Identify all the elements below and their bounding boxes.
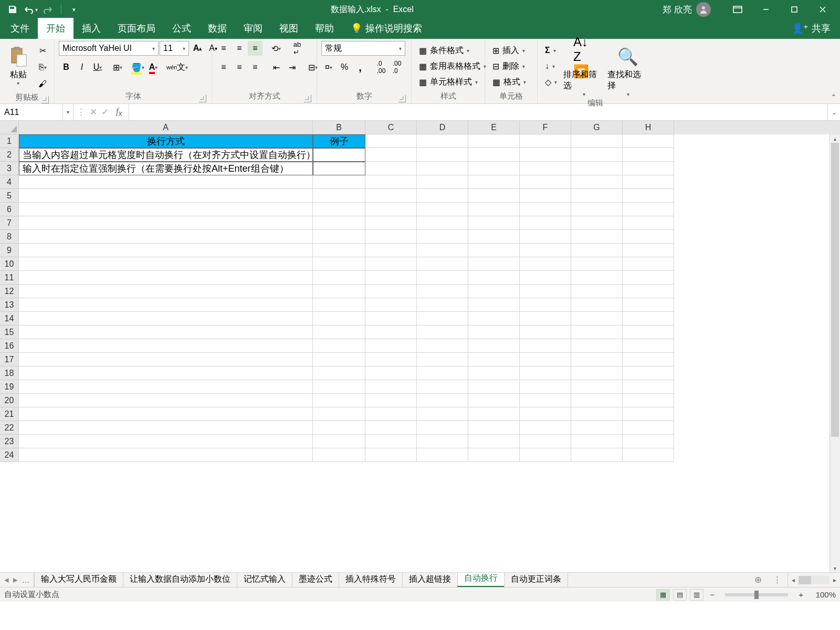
tab-review[interactable]: 审阅 — [235, 18, 271, 39]
cell-B5[interactable] — [313, 189, 365, 203]
vscroll-thumb[interactable] — [831, 143, 839, 437]
cell-B11[interactable] — [313, 271, 365, 285]
cell-D4[interactable] — [417, 175, 468, 189]
delete-cells-button[interactable]: ⊟删除▾ — [489, 59, 529, 74]
cell-B22[interactable] — [313, 421, 365, 435]
cell-E4[interactable] — [468, 175, 520, 189]
cell-H18[interactable] — [623, 366, 674, 380]
col-header-C[interactable]: C — [365, 121, 417, 134]
cell-A7[interactable] — [19, 216, 313, 230]
fill-color-button[interactable]: 🪣▾ — [130, 60, 145, 75]
cell-C20[interactable] — [365, 394, 417, 407]
cell-G17[interactable] — [571, 353, 623, 366]
cell-D13[interactable] — [417, 298, 468, 312]
row-header-1[interactable]: 1 — [0, 134, 19, 148]
row-header-6[interactable]: 6 — [0, 203, 19, 216]
cell-D12[interactable] — [417, 285, 468, 298]
cell-G15[interactable] — [571, 326, 623, 339]
number-launcher[interactable] — [398, 95, 406, 102]
cell-E5[interactable] — [468, 189, 520, 203]
sheet-tab[interactable]: 输入大写人民币金额 — [34, 573, 123, 587]
font-launcher[interactable] — [199, 95, 206, 102]
align-middle-button[interactable]: ≡ — [232, 41, 247, 56]
insert-cells-button[interactable]: ⊞插入▾ — [489, 43, 529, 58]
qat-customize-icon[interactable]: ▾ — [67, 2, 81, 17]
currency-button[interactable]: ¤▾ — [321, 60, 336, 75]
sheet-tab[interactable]: 自动换行 — [457, 573, 505, 587]
fill-button[interactable]: ↓▾ — [542, 59, 560, 74]
cell-D18[interactable] — [417, 366, 468, 380]
cell-G23[interactable] — [571, 435, 623, 448]
cell-A12[interactable] — [19, 285, 313, 298]
row-header-12[interactable]: 12 — [0, 285, 19, 298]
sheet-tab[interactable]: 墨迹公式 — [292, 573, 339, 587]
name-box[interactable]: A11 — [0, 104, 63, 120]
cell-F20[interactable] — [520, 394, 571, 407]
row-header-8[interactable]: 8 — [0, 230, 19, 244]
cell-F3[interactable] — [520, 162, 571, 175]
cell-G21[interactable] — [571, 407, 623, 421]
cell-B18[interactable] — [313, 366, 365, 380]
cut-button[interactable]: ✂ — [35, 43, 50, 58]
collapse-ribbon-icon[interactable]: ⌃ — [831, 93, 837, 101]
sheet-tab[interactable]: 让输入数据自动添加小数位 — [123, 573, 237, 587]
zoom-thumb[interactable] — [754, 591, 759, 599]
cell-D21[interactable] — [417, 407, 468, 421]
cell-H17[interactable] — [623, 353, 674, 366]
cell-B19[interactable] — [313, 380, 365, 394]
redo-icon[interactable] — [41, 2, 56, 17]
row-header-24[interactable]: 24 — [0, 448, 19, 462]
cell-B12[interactable] — [313, 285, 365, 298]
autosum-button[interactable]: Σ▾ — [542, 43, 560, 58]
cell-E2[interactable] — [468, 148, 520, 162]
zoom-level[interactable]: 100% — [810, 590, 836, 599]
cell-A8[interactable] — [19, 230, 313, 244]
cell-B3[interactable] — [313, 162, 365, 175]
row-header-2[interactable]: 2 — [0, 148, 19, 162]
expand-formula-icon[interactable]: ⌄ — [827, 104, 840, 120]
minimize-icon[interactable] — [754, 0, 778, 19]
row-header-5[interactable]: 5 — [0, 189, 19, 203]
cell-G19[interactable] — [571, 380, 623, 394]
comma-style-button[interactable]: , — [353, 60, 368, 75]
cell-F17[interactable] — [520, 353, 571, 366]
cell-C1[interactable] — [365, 134, 417, 148]
cell-E19[interactable] — [468, 380, 520, 394]
cell-F13[interactable] — [520, 298, 571, 312]
cell-A15[interactable] — [19, 326, 313, 339]
percent-button[interactable]: % — [337, 60, 352, 75]
cell-D16[interactable] — [417, 339, 468, 353]
row-header-11[interactable]: 11 — [0, 271, 19, 285]
col-header-G[interactable]: G — [571, 121, 623, 134]
row-header-15[interactable]: 15 — [0, 326, 19, 339]
cell-G10[interactable] — [571, 257, 623, 271]
cell-C2[interactable] — [365, 148, 417, 162]
cell-A6[interactable] — [19, 203, 313, 216]
font-size-combo[interactable]: 11▾ — [160, 41, 189, 56]
zoom-in-button[interactable]: + — [795, 590, 806, 599]
cell-D15[interactable] — [417, 326, 468, 339]
cell-C15[interactable] — [365, 326, 417, 339]
cell-D9[interactable] — [417, 244, 468, 257]
sheet-tab[interactable]: 插入超链接 — [402, 573, 458, 587]
cell-D2[interactable] — [417, 148, 468, 162]
number-format-combo[interactable]: 常规▾ — [321, 41, 405, 56]
cell-H16[interactable] — [623, 339, 674, 353]
cell-C14[interactable] — [365, 312, 417, 326]
row-header-14[interactable]: 14 — [0, 312, 19, 326]
cell-B17[interactable] — [313, 353, 365, 366]
cell-H19[interactable] — [623, 380, 674, 394]
cell-C24[interactable] — [365, 448, 417, 462]
close-icon[interactable] — [811, 0, 835, 19]
user-account[interactable]: 郑 欣亮 — [663, 2, 711, 17]
font-name-combo[interactable]: Microsoft YaHei UI▾ — [59, 41, 159, 56]
cell-E16[interactable] — [468, 339, 520, 353]
cell-A18[interactable] — [19, 366, 313, 380]
cell-E20[interactable] — [468, 394, 520, 407]
cell-D5[interactable] — [417, 189, 468, 203]
format-painter-button[interactable]: 🖌 — [35, 77, 50, 91]
cell-A16[interactable] — [19, 339, 313, 353]
cell-D8[interactable] — [417, 230, 468, 244]
formula-input[interactable] — [129, 104, 827, 120]
cell-H3[interactable] — [623, 162, 674, 175]
